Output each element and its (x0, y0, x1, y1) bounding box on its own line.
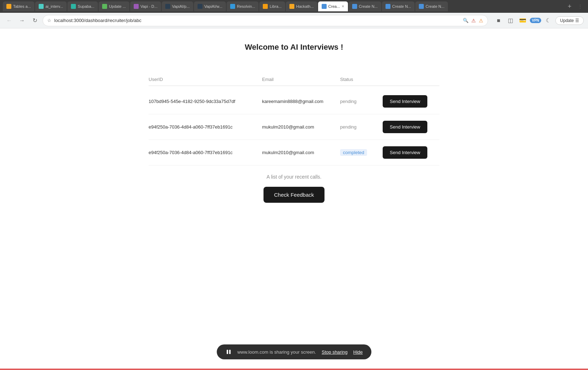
extensions-button[interactable]: ■ (494, 16, 504, 26)
alert-icon: ⚠ (479, 18, 483, 23)
browser-tab-tab1[interactable]: Tables a... (3, 1, 34, 11)
tab-favicon-tab2 (39, 4, 44, 9)
table-row: e94f250a-7036-4d84-a060-7ff37eb1691cmuku… (149, 114, 439, 140)
email-cell: mukulm2010@gmail.com (262, 124, 340, 130)
browser-tab-tab6[interactable]: VapiAI/p... (162, 1, 193, 11)
tab-label-tab11: Crea... (328, 4, 340, 9)
send-interview-button[interactable]: Send Interview (383, 95, 427, 108)
tab-favicon-tab9 (263, 4, 268, 9)
send-interview-button[interactable]: Send Interview (383, 146, 427, 159)
tab-label-tab4: Update ... (109, 4, 126, 9)
browser-chrome: Tables a...ai_interv...Supaba...Update .… (0, 0, 588, 28)
tab-label-tab9: Libra... (270, 4, 282, 9)
nav-bar: ← → ↻ ☆ localhost:3000/dashboard/recruit… (0, 13, 588, 28)
user-id-cell: e94f250a-7036-4d84-a060-7ff37eb1691c (149, 124, 262, 130)
col-header-userid: UserID (149, 77, 262, 82)
tab-favicon-tab3 (71, 4, 76, 9)
tab-favicon-tab5 (134, 4, 139, 9)
tab-close-tab11[interactable]: × (342, 4, 344, 9)
browser-tab-tab4[interactable]: Update ... (99, 1, 129, 11)
tab-label-tab3: Supaba... (78, 4, 94, 9)
page-title: Welcome to AI Interviews ! (245, 43, 343, 52)
tab-label-tab13: Create N... (392, 4, 411, 9)
reload-button[interactable]: ↻ (30, 16, 40, 26)
update-button[interactable]: Update ☰ (555, 16, 584, 25)
table-header: UserID Email Status (149, 73, 439, 86)
tab-favicon-tab6 (165, 4, 170, 9)
update-label: Update (560, 18, 574, 23)
tab-label-tab1: Tables a... (13, 4, 31, 9)
browser-tab-tab13[interactable]: Create N... (382, 1, 415, 11)
tab-favicon-tab11 (322, 4, 327, 9)
col-header-email: Email (262, 77, 340, 82)
loom-hide-button[interactable]: Hide (353, 349, 363, 355)
night-mode-button[interactable]: ☾ (543, 16, 553, 26)
nav-icons: ■ ◫ 💳 VPN ☾ Update ☰ (494, 16, 584, 26)
status-badge: pending (340, 99, 356, 104)
status-cell: pending (340, 99, 383, 104)
tab-label-tab14: Create N... (426, 4, 444, 9)
status-cell: pending (340, 124, 383, 130)
tab-favicon-tab13 (385, 4, 390, 9)
bottom-accent-bar (0, 369, 588, 370)
interviews-table: UserID Email Status 107bd945-545e-4182-9… (149, 73, 439, 165)
browser-tab-tab7[interactable]: VapiAI/w... (194, 1, 226, 11)
tab-label-tab7: VapiAI/w... (204, 4, 222, 9)
shield-icon: ⚠ (471, 18, 476, 23)
tab-label-tab2: ai_interv... (45, 4, 63, 9)
tab-label-tab12: Create N... (359, 4, 378, 9)
col-header-action (383, 77, 439, 82)
page-content: Welcome to AI Interviews ! UserID Email … (0, 28, 588, 348)
table-row: 107bd945-545e-4182-9250-9dc33a75d7dfkare… (149, 89, 439, 114)
tab-label-tab10: Hackath... (296, 4, 314, 9)
action-cell: Send Interview (383, 146, 439, 159)
loom-stop-sharing-button[interactable]: Stop sharing (322, 349, 348, 355)
new-tab-button[interactable]: + (565, 1, 575, 11)
vpn-badge[interactable]: VPN (530, 18, 542, 23)
tab-favicon-tab7 (198, 4, 203, 9)
browser-tab-tab14[interactable]: Create N... (415, 1, 448, 11)
action-cell: Send Interview (383, 121, 439, 133)
col-header-status: Status (340, 77, 383, 82)
user-id-cell: e94f250a-7036-4d84-a060-7ff37eb1691c (149, 150, 262, 155)
search-icon: 🔍 (463, 18, 468, 23)
tab-favicon-tab1 (6, 4, 11, 9)
check-feedback-button[interactable]: Check Feedback (264, 187, 325, 203)
status-cell: completed (340, 149, 383, 156)
browser-tab-tab9[interactable]: Libra... (259, 1, 285, 11)
tab-favicon-tab12 (352, 4, 357, 9)
browser-tab-tab8[interactable]: Resolvin... (227, 1, 259, 11)
status-badge: pending (340, 124, 356, 130)
table-rows-container: 107bd945-545e-4182-9250-9dc33a75d7dfkare… (149, 89, 439, 165)
split-view-button[interactable]: ◫ (506, 16, 516, 26)
browser-tab-tab3[interactable]: Supaba... (67, 1, 98, 11)
tab-label-tab5: Vapi - D... (140, 4, 157, 9)
email-cell: kareemamin8888@gmail.com (262, 99, 340, 104)
send-interview-button[interactable]: Send Interview (383, 121, 427, 133)
recent-calls-text: A list of your recent calls. (267, 174, 322, 180)
browser-tab-tab10[interactable]: Hackath... (286, 1, 317, 11)
user-id-cell: 107bd945-545e-4182-9250-9dc33a75d7df (149, 99, 262, 104)
forward-button[interactable]: → (17, 16, 27, 26)
loom-sharing-text: www.loom.com is sharing your screen. (237, 349, 316, 355)
tab-favicon-tab4 (102, 4, 107, 9)
wallet-button[interactable]: 💳 (518, 16, 528, 26)
browser-tab-tab5[interactable]: Vapi - D... (130, 1, 161, 11)
tab-favicon-tab10 (289, 4, 294, 9)
tab-label-tab6: VapiAI/p... (172, 4, 190, 9)
browser-tab-tab12[interactable]: Create N... (349, 1, 381, 11)
tab-bar: Tables a...ai_interv...Supaba...Update .… (0, 0, 588, 13)
url-text: localhost:3000/dashboard/recruiter/job/a… (54, 18, 460, 23)
tab-favicon-tab14 (419, 4, 424, 9)
address-bar[interactable]: ☆ localhost:3000/dashboard/recruiter/job… (43, 15, 488, 26)
table-row: e94f250a-7036-4d84-a060-7ff37eb1691cmuku… (149, 140, 439, 165)
tab-menu-button[interactable]: ⋮ (575, 1, 585, 11)
browser-tab-tab2[interactable]: ai_interv... (35, 1, 67, 11)
back-button[interactable]: ← (4, 16, 14, 26)
browser-tab-tab11[interactable]: Crea...× (318, 1, 348, 11)
update-chevron-icon: ☰ (575, 18, 579, 23)
tab-favicon-tab8 (230, 4, 235, 9)
loom-notification-bar: www.loom.com is sharing your screen. Sto… (217, 344, 371, 359)
loom-pause-icon (225, 349, 232, 355)
action-cell: Send Interview (383, 95, 439, 108)
